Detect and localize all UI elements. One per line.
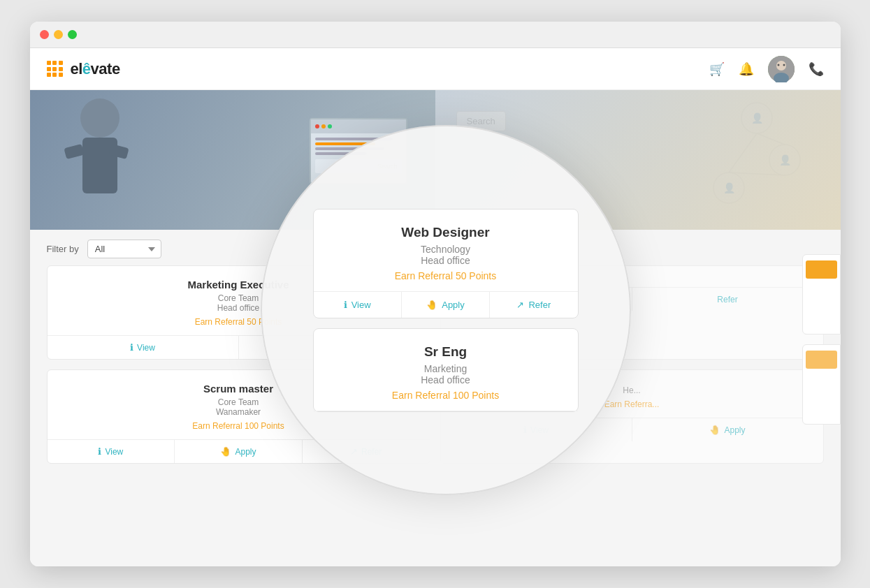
mag-job-title: Web Designer: [328, 225, 564, 240]
right-partial-card-2: [802, 344, 841, 425]
mag-job-title: Sr Eng: [328, 344, 564, 360]
title-bar: [30, 22, 841, 48]
info-icon: ℹ: [98, 446, 101, 457]
filter-select[interactable]: All Technology Marketing Core Team: [87, 240, 161, 258]
view-button[interactable]: ℹ View: [48, 336, 239, 359]
avatar[interactable]: [768, 56, 795, 82]
bell-icon[interactable]: 🔔: [739, 61, 754, 77]
magnify-card-sr-eng: Sr Eng Marketing Head office Earn Referr…: [313, 328, 579, 412]
traffic-lights: [40, 30, 77, 39]
svg-point-4: [783, 64, 785, 66]
magnify-circle: Web Designer Technology Head office Earn…: [261, 125, 631, 495]
maximize-button[interactable]: [68, 30, 77, 39]
page-wrapper: Search Search Search 👤 👤 👤: [30, 90, 841, 566]
close-button[interactable]: [40, 30, 49, 39]
navbar-right: 🛒 🔔 📞: [709, 56, 824, 82]
right-partial-card-1: [802, 254, 841, 335]
mag-card-actions: ℹ View 🤚 Apply ↗ Refer: [314, 291, 578, 318]
minimize-button[interactable]: [54, 30, 63, 39]
cart-icon[interactable]: 🛒: [709, 61, 725, 77]
mag-job-location: Head office: [328, 374, 564, 385]
svg-point-3: [777, 64, 779, 66]
navbar: elêvate 🛒 🔔 📞: [30, 48, 841, 90]
mag-job-points: Earn Referral 100 Points: [328, 390, 564, 401]
apply-icon: 🤚: [709, 425, 720, 435]
mag-card-actions: [314, 411, 578, 411]
mag-apply-button[interactable]: 🤚 Apply: [402, 292, 490, 318]
info-icon: ℹ: [344, 300, 347, 310]
apply-button[interactable]: 🤚 Apply: [632, 418, 823, 441]
magnify-card-web-designer: Web Designer Technology Head office Earn…: [313, 209, 579, 318]
svg-point-5: [80, 98, 119, 138]
magnify-cards-container: Web Designer Technology Head office Earn…: [283, 209, 609, 412]
filter-label: Filter by: [47, 244, 79, 254]
mag-view-button[interactable]: ℹ View: [314, 292, 402, 318]
mag-job-location: Head office: [328, 255, 564, 266]
apply-icon: 🤚: [220, 446, 231, 457]
grid-icon[interactable]: [47, 61, 62, 77]
logo: elêvate: [71, 60, 120, 78]
mag-job-points: Earn Referral 50 Points: [328, 270, 564, 281]
apply-icon: 🤚: [426, 300, 437, 310]
mag-job-dept: Technology: [328, 244, 564, 255]
info-icon: ℹ: [130, 342, 133, 353]
right-partial-cards: [802, 254, 841, 425]
browser-window: elêvate 🛒 🔔 📞: [30, 22, 841, 566]
navbar-left: elêvate: [47, 60, 120, 78]
apply-button[interactable]: 🤚 Apply: [175, 440, 303, 463]
phone-icon[interactable]: 📞: [809, 61, 824, 77]
refer-icon: ↗: [516, 300, 524, 310]
mag-refer-button[interactable]: ↗ Refer: [490, 292, 577, 318]
svg-rect-7: [64, 144, 84, 159]
view-button[interactable]: ℹ View: [48, 440, 175, 463]
refer-button[interactable]: Refer: [632, 288, 823, 311]
mag-job-dept: Marketing: [328, 363, 564, 374]
